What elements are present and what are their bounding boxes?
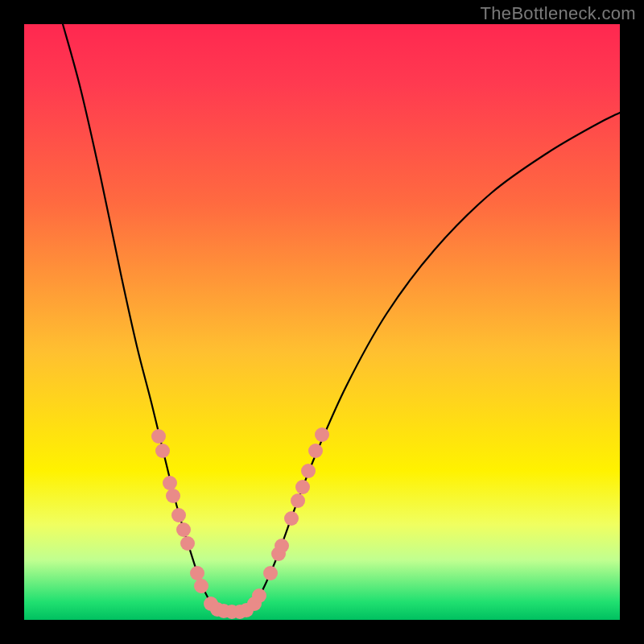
data-point	[176, 522, 191, 537]
data-point	[163, 476, 177, 490]
marker-layer	[151, 427, 329, 619]
data-point	[190, 566, 204, 580]
data-point	[166, 489, 180, 503]
data-point	[291, 493, 305, 508]
watermark-text: TheBottleneck.com	[481, 3, 636, 24]
plot-area	[24, 24, 620, 620]
chart-svg	[24, 24, 620, 620]
data-point	[301, 464, 316, 478]
data-point	[308, 444, 323, 458]
data-point	[194, 579, 208, 593]
bottleneck-curve	[63, 24, 620, 612]
data-point	[151, 429, 166, 444]
data-point	[284, 511, 299, 526]
curve-layer	[63, 24, 620, 612]
data-point	[171, 508, 186, 522]
data-point	[180, 536, 195, 551]
data-point	[275, 539, 289, 553]
chart-canvas: TheBottleneck.com	[0, 0, 644, 644]
data-point	[155, 444, 170, 458]
data-point	[252, 588, 266, 603]
data-point	[295, 480, 310, 494]
data-point	[315, 427, 329, 442]
data-point	[263, 566, 278, 580]
